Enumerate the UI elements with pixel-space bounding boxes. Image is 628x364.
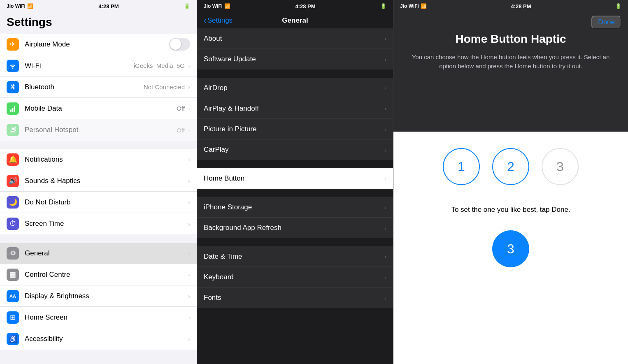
mobile-content: Mobile Data Off › (25, 104, 190, 113)
wifi-value: iGeeks_Media_5G (134, 62, 185, 69)
wifi-icon-3: 📶 (421, 3, 427, 9)
status-bar-2: Jio WiFi 📶 4:28 PM 🔋 (197, 0, 393, 12)
airdrop-label: AirDrop (204, 84, 228, 92)
general-item-airplay[interactable]: AirPlay & Handoff › (197, 98, 393, 119)
haptic-description: You can choose how the Home button feels… (400, 53, 621, 71)
battery-icon-3: 🔋 (615, 3, 621, 9)
haptic-option-1[interactable]: 1 (443, 148, 480, 185)
haptic-hint: To set the one you like best, tap Done. (451, 206, 570, 214)
settings-item-controlcentre[interactable]: ▦ Control Centre › (0, 264, 197, 285)
haptic-option-3-selected[interactable]: 3 (492, 230, 529, 267)
screentime-content: Screen Time › (25, 220, 190, 228)
settings-item-dnd[interactable]: 🌙 Do Not Disturb › (0, 192, 197, 213)
fonts-chevron: › (384, 294, 386, 301)
general-item-software[interactable]: Software Update › (197, 49, 393, 70)
airplane-content: Airplane Mode (25, 38, 190, 51)
general-item-datetime[interactable]: Date & Time › (197, 246, 393, 267)
status-right-3: 🔋 (615, 3, 621, 9)
haptic-bottom-section: 1 2 3 To set the one you like best, tap … (393, 132, 628, 364)
general-chevron: › (188, 250, 190, 257)
general-item-airdrop[interactable]: AirDrop › (197, 78, 393, 98)
svg-rect-1 (12, 108, 14, 112)
back-button[interactable]: ‹ Settings (204, 16, 233, 25)
mobile-label: Mobile Data (25, 104, 62, 113)
keyboard-chevron: › (384, 274, 386, 281)
datetime-label: Date & Time (204, 253, 242, 261)
mobile-chevron: › (188, 105, 190, 112)
section-connectivity: ✈ Airplane Mode Wi-Fi (0, 34, 197, 141)
settings-item-homescreen[interactable]: ⊞ Home Screen › (0, 307, 197, 328)
status-bar-3: Jio WiFi 📶 4:28 PM 🔋 (393, 0, 628, 12)
settings-item-mobile[interactable]: Mobile Data Off › (0, 98, 197, 119)
homebutton-label: Home Button (204, 174, 244, 183)
fonts-label: Fonts (204, 294, 221, 302)
settings-item-wifi[interactable]: Wi-Fi iGeeks_Media_5G › (0, 55, 197, 77)
general-item-bgrefresh[interactable]: Background App Refresh › (197, 218, 393, 238)
settings-item-bluetooth[interactable]: Bluetooth Not Connected › (0, 77, 197, 98)
bluetooth-label: Bluetooth (25, 83, 54, 91)
mobile-value: Off (177, 105, 185, 112)
bluetooth-content: Bluetooth Not Connected › (25, 83, 190, 91)
general-section-2: AirDrop › AirPlay & Handoff › Picture in… (197, 78, 393, 160)
haptic-option-2-label: 2 (507, 159, 514, 174)
battery-icon-1: 🔋 (184, 3, 190, 9)
wifi-content: Wi-Fi iGeeks_Media_5G › (25, 62, 190, 70)
general-header: ‹ Settings General (197, 12, 393, 28)
notifications-chevron: › (188, 156, 190, 163)
settings-item-display[interactable]: AA Display & Brightness › (0, 285, 197, 307)
pip-label: Picture in Picture (204, 125, 257, 133)
airplane-toggle[interactable] (169, 38, 190, 51)
haptic-option-2[interactable]: 2 (492, 148, 529, 185)
status-left-3: Jio WiFi 📶 (400, 3, 427, 9)
haptic-option-3-top[interactable]: 3 (542, 148, 579, 185)
haptic-option-1-label: 1 (458, 159, 465, 174)
general-section-4: Date & Time › Keyboard › Fonts › (197, 246, 393, 308)
general-section-homebutton: Home Button › (197, 168, 393, 189)
airplane-icon: ✈ (7, 38, 19, 51)
status-left-2: Jio WiFi 📶 (204, 3, 230, 9)
settings-item-accessibility[interactable]: ♿ Accessibility › (0, 328, 197, 350)
controlcentre-chevron: › (188, 271, 190, 278)
mobile-icon (7, 102, 19, 115)
accessibility-icon: ♿ (7, 333, 19, 345)
airdrop-chevron: › (384, 84, 386, 91)
screentime-label: Screen Time (25, 220, 64, 228)
time-2: 4:28 PM (295, 3, 315, 9)
homescreen-icon: ⊞ (7, 311, 19, 324)
done-button[interactable]: Done (591, 16, 621, 29)
haptic-panel: Jio WiFi 📶 4:28 PM 🔋 Done Home Button Ha… (393, 0, 628, 364)
general-item-pip[interactable]: Picture in Picture › (197, 119, 393, 139)
notifications-label: Notifications (25, 155, 63, 164)
time-3: 4:28 PM (511, 3, 531, 9)
general-section-1: About › Software Update › (197, 28, 393, 70)
general-item-carplay[interactable]: CarPlay › (197, 139, 393, 160)
settings-item-sounds[interactable]: 🔊 Sounds & Haptics › (0, 170, 197, 192)
general-item-iphonestorage[interactable]: iPhone Storage › (197, 197, 393, 218)
haptic-option-3-label: 3 (507, 241, 514, 257)
section-more: ⚙ General › ▦ Control Centre › AA Displa… (0, 243, 197, 350)
svg-rect-2 (14, 106, 15, 112)
general-item-fonts[interactable]: Fonts › (197, 287, 393, 308)
general-icon: ⚙ (7, 247, 19, 260)
accessibility-label: Accessibility (25, 335, 63, 343)
settings-item-screentime[interactable]: ⏱ Screen Time › (0, 213, 197, 234)
settings-item-general[interactable]: ⚙ General › (0, 243, 197, 264)
general-item-keyboard[interactable]: Keyboard › (197, 267, 393, 287)
general-label: General (25, 249, 49, 257)
settings-panel: Jio WiFi 📶 4:28 PM 🔋 Settings ✈ Airplane… (0, 0, 197, 364)
settings-item-hotspot[interactable]: Personal Hotspot Off › (0, 119, 197, 141)
hotspot-chevron: › (188, 127, 190, 134)
time-1: 4:28 PM (98, 3, 119, 9)
general-panel: Jio WiFi 📶 4:28 PM 🔋 ‹ Settings General … (197, 0, 393, 364)
back-chevron-icon: ‹ (204, 16, 207, 25)
homescreen-chevron: › (188, 314, 190, 321)
general-item-homebutton[interactable]: Home Button › (197, 168, 393, 189)
carrier-1: Jio WiFi (7, 3, 26, 9)
general-item-about[interactable]: About › (197, 28, 393, 49)
settings-item-airplane[interactable]: ✈ Airplane Mode (0, 34, 197, 55)
settings-item-notifications[interactable]: 🔔 Notifications › (0, 149, 197, 170)
back-label: Settings (207, 16, 233, 25)
settings-header: Settings (0, 12, 197, 34)
iphonestorage-label: iPhone Storage (204, 203, 252, 211)
homebutton-chevron: › (384, 175, 386, 182)
